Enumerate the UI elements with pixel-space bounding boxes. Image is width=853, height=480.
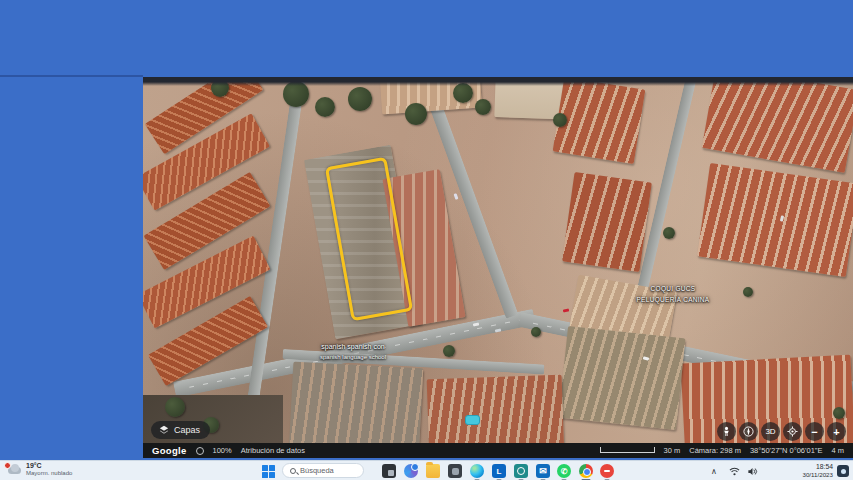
google-logo[interactable]: Google <box>152 445 187 456</box>
map-label-business-2: COQUI GUCS PELUQUERÍA CANINA <box>608 276 738 304</box>
map-controls: 3D − + <box>717 422 846 441</box>
start-button[interactable] <box>262 465 275 478</box>
map-label-business-1-line2: spanish language school <box>293 354 413 362</box>
file-explorer-button[interactable] <box>425 463 441 479</box>
layers-button[interactable]: Capas <box>151 421 210 439</box>
chrome-button[interactable] <box>578 463 594 479</box>
clock-time: 18:54 <box>802 463 833 471</box>
chevron-up-icon: ∧ <box>711 467 717 476</box>
my-location-button[interactable] <box>783 422 802 441</box>
windows-taskbar: 19°C Mayorm. nublado Búsqueda L ✉ ✆ ∧ <box>0 460 853 480</box>
mail-icon: ✉ <box>536 464 550 478</box>
map-scale-bar <box>600 447 655 453</box>
whatsapp-icon: ✆ <box>557 464 571 478</box>
tray-overflow-button[interactable]: ∧ <box>707 465 721 477</box>
zoom-level-value: 100% <box>213 446 232 455</box>
background-divider <box>0 75 143 77</box>
map-label-business-1-line1: spanish spanish con <box>321 343 384 350</box>
satellite-imagery[interactable] <box>143 77 853 458</box>
widgets-button[interactable] <box>403 463 419 479</box>
google-earth-map[interactable]: spanish spanish con spanish language sch… <box>143 77 853 458</box>
wifi-button[interactable] <box>727 465 741 477</box>
clock-date: 30/11/2023 <box>802 471 833 478</box>
map-label-business-1: spanish spanish con spanish language sch… <box>293 334 413 362</box>
task-view-icon <box>382 464 396 478</box>
weather-alert-badge <box>4 462 11 469</box>
weather-widget[interactable]: 19°C Mayorm. nublado <box>6 462 72 477</box>
teal-app-button[interactable] <box>513 463 529 479</box>
l-app-button[interactable]: L <box>491 463 507 479</box>
notification-center-button[interactable] <box>837 465 849 477</box>
search-icon <box>290 468 296 474</box>
zoom-in-label: + <box>833 426 839 438</box>
wifi-icon <box>729 466 740 477</box>
windows-logo-icon <box>269 472 275 478</box>
weather-text: 19°C Mayorm. nublado <box>26 462 72 477</box>
search-placeholder: Búsqueda <box>300 466 334 475</box>
red-app-button[interactable] <box>599 463 615 479</box>
task-view-button[interactable] <box>381 463 397 479</box>
windows-logo-icon <box>262 472 268 478</box>
widgets-icon <box>404 464 418 478</box>
camera-altitude: Cámara: 298 m <box>689 446 741 455</box>
windows-logo-icon <box>269 465 275 471</box>
data-attribution-link[interactable]: Atribución de datos <box>241 446 305 455</box>
dark-app-icon <box>448 464 462 478</box>
weather-temperature: 19°C <box>26 462 72 470</box>
speaker-icon <box>747 466 758 477</box>
teal-app-icon <box>514 464 528 478</box>
zoom-out-label: − <box>811 426 817 438</box>
pegman-button[interactable] <box>717 422 736 441</box>
layers-button-label: Capas <box>174 425 200 435</box>
compass-button[interactable] <box>739 422 758 441</box>
app-button-dark[interactable] <box>447 463 463 479</box>
weather-condition: Mayorm. nublado <box>26 470 72 477</box>
map-label-business-2-line2: PELUQUERÍA CANINA <box>608 296 738 304</box>
3d-toggle-button[interactable]: 3D <box>761 422 780 441</box>
compass-icon <box>743 426 754 437</box>
zoom-in-button[interactable]: + <box>827 422 846 441</box>
cloud-weather-icon <box>6 464 22 475</box>
map-status-bar: Google 100% Atribución de datos 30 m Cám… <box>143 443 853 458</box>
location-target-icon <box>787 426 798 437</box>
windows-logo-icon <box>262 465 268 471</box>
chrome-icon <box>579 464 593 478</box>
red-app-icon <box>600 464 614 478</box>
layers-icon <box>159 425 169 435</box>
whatsapp-button[interactable]: ✆ <box>556 463 572 479</box>
folder-icon <box>426 464 440 478</box>
map-label-business-2-line1: COQUI GUCS <box>651 285 696 292</box>
edge-icon <box>470 464 484 478</box>
taskbar-clock[interactable]: 18:54 30/11/2023 <box>802 463 833 479</box>
3d-toggle-label: 3D <box>765 427 775 436</box>
zoom-out-button[interactable]: − <box>805 422 824 441</box>
edge-button[interactable] <box>469 463 485 479</box>
search-input[interactable]: Búsqueda <box>282 463 364 478</box>
privacy-shield-icon[interactable] <box>196 447 204 455</box>
terrain-elevation: 4 m <box>831 446 844 455</box>
outlook-button[interactable]: ✉ <box>535 463 551 479</box>
l-app-icon: L <box>492 464 506 478</box>
map-scale-label: 30 m <box>664 446 681 455</box>
volume-button[interactable] <box>745 465 759 477</box>
pegman-icon <box>721 426 732 437</box>
desktop: spanish spanish con spanish language sch… <box>0 0 853 480</box>
cursor-coordinates: 38°50'27"N 0°06'01"E <box>750 446 823 455</box>
